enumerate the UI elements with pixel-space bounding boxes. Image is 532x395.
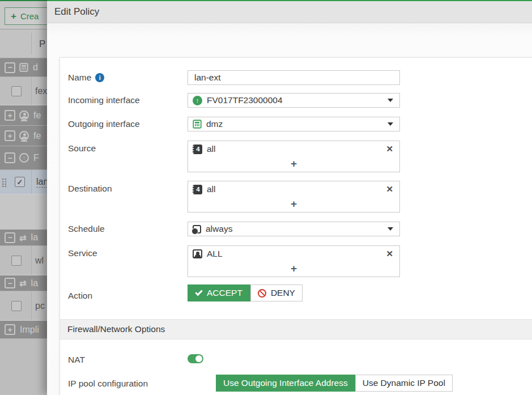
interface-port-icon xyxy=(193,120,202,129)
incoming-interface-icon: ↑ xyxy=(193,96,202,105)
section-title: Firewall/Network Options xyxy=(60,320,532,339)
ip-pool-configuration-label: IP pool configuration xyxy=(68,375,184,392)
incoming-interface-select[interactable]: ↑ FV017TF23000004 xyxy=(188,93,400,108)
incoming-interface-label: Incoming interface xyxy=(68,93,184,108)
source-box: 4 all ✕ + xyxy=(188,141,400,172)
name-label: Name i xyxy=(68,70,184,85)
add-source-button[interactable]: + xyxy=(188,157,399,172)
schedule-value: always xyxy=(206,224,232,234)
add-destination-button[interactable]: + xyxy=(188,197,399,212)
toggle-knob xyxy=(195,355,202,362)
add-service-button[interactable]: + xyxy=(188,262,399,277)
name-label-text: Name xyxy=(68,73,91,83)
ipv4-address-icon: 4 xyxy=(193,185,202,194)
source-entry[interactable]: 4 all ✕ xyxy=(188,141,399,157)
deny-button[interactable]: DENY xyxy=(250,284,303,301)
destination-entry-name: all xyxy=(207,184,216,194)
accept-button[interactable]: ACCEPT xyxy=(188,284,250,301)
name-input[interactable]: lan-ext xyxy=(188,70,400,85)
destination-entry[interactable]: 4 all ✕ xyxy=(188,181,399,197)
service-label: Service xyxy=(68,245,184,261)
remove-service-icon[interactable]: ✕ xyxy=(384,249,395,259)
outgoing-interface-label: Outgoing interface xyxy=(68,117,184,131)
ipv4-address-icon: 4 xyxy=(193,145,202,154)
destination-box: 4 all ✕ + xyxy=(188,181,400,213)
policy-form-card: Name i lan-ext Incoming interface ↑ FV01… xyxy=(59,57,532,395)
remove-destination-icon[interactable]: ✕ xyxy=(384,184,395,194)
ip-pool-segmented-control: Use Outgoing Interface Address Use Dynam… xyxy=(216,375,453,392)
deny-label: DENY xyxy=(271,288,295,298)
schedule-clock-icon xyxy=(193,225,201,233)
destination-label: Destination xyxy=(68,181,184,197)
dialog-header: Edit Policy xyxy=(47,1,532,23)
check-icon xyxy=(195,288,202,295)
firewall-network-options-section: Firewall/Network Options xyxy=(60,319,532,339)
accept-label: ACCEPT xyxy=(207,288,242,298)
screen: + Crea P − d fex + xyxy=(0,0,532,395)
use-dynamic-ip-pool-button[interactable]: Use Dynamic IP Pool xyxy=(355,375,453,392)
use-outgoing-interface-address-button[interactable]: Use Outgoing Interface Address xyxy=(216,375,355,392)
service-entry[interactable]: ALL ✕ xyxy=(188,246,399,262)
action-button-group: ACCEPT DENY xyxy=(188,284,303,301)
remove-source-icon[interactable]: ✕ xyxy=(384,144,395,154)
schedule-select[interactable]: always xyxy=(188,222,400,236)
service-all-icon xyxy=(193,249,202,258)
outgoing-interface-value: dmz xyxy=(206,119,223,129)
prohibition-icon xyxy=(258,289,266,298)
chevron-down-icon xyxy=(388,122,393,126)
action-label: Action xyxy=(68,287,184,304)
nat-toggle[interactable] xyxy=(188,354,203,363)
chevron-down-icon xyxy=(388,227,393,231)
edit-policy-dialog: Edit Policy Name i lan-ext Incoming inte… xyxy=(47,0,532,395)
source-label: Source xyxy=(68,141,184,156)
schedule-label: Schedule xyxy=(68,222,184,236)
outgoing-interface-select[interactable]: dmz xyxy=(188,117,400,131)
nat-label: NAT xyxy=(68,355,184,365)
chevron-down-icon xyxy=(388,99,393,102)
incoming-interface-value: FV017TF23000004 xyxy=(207,95,283,105)
dialog-body: Name i lan-ext Incoming interface ↑ FV01… xyxy=(47,23,532,395)
info-icon[interactable]: i xyxy=(95,73,104,82)
service-entry-name: ALL xyxy=(207,249,223,259)
source-entry-name: all xyxy=(207,144,216,154)
dialog-title: Edit Policy xyxy=(47,1,532,23)
service-box: ALL ✕ + xyxy=(188,245,400,277)
